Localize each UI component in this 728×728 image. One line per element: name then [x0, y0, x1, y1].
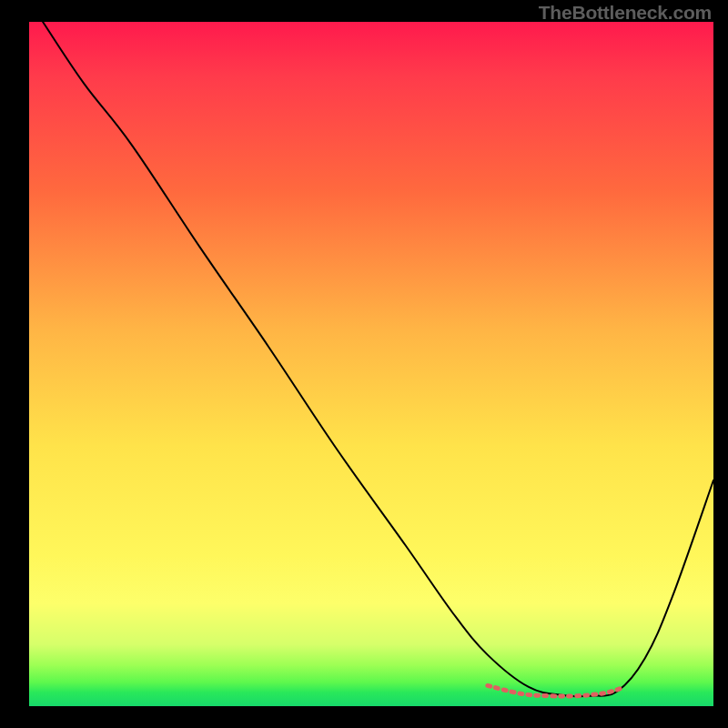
curve-main	[43, 22, 713, 696]
plot-area	[29, 22, 713, 706]
watermark-text: TheBottleneck.com	[539, 2, 712, 23]
watermark-link[interactable]: TheBottleneck.com	[539, 2, 712, 24]
chart-frame: TheBottleneck.com	[0, 0, 728, 728]
plot-svg	[29, 22, 713, 706]
curve-highlight	[488, 685, 622, 696]
